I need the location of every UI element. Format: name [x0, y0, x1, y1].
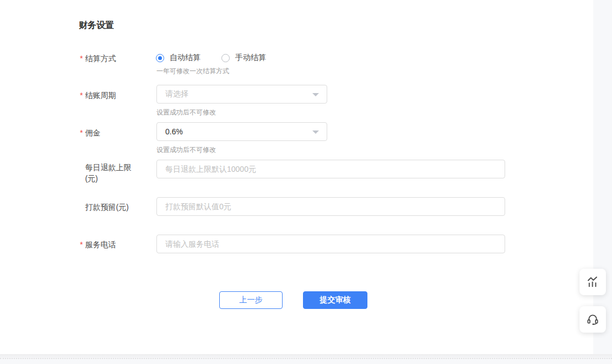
chart-icon — [586, 275, 600, 289]
radio-manual-settlement[interactable]: 手动结算 — [221, 53, 266, 63]
required-asterisk: * — [80, 90, 83, 101]
required-asterisk: * — [80, 239, 83, 250]
service-phone-input[interactable] — [156, 235, 505, 253]
settlement-method-label: * 结算方式 — [80, 53, 116, 64]
payment-reserve-input[interactable] — [156, 197, 505, 216]
required-asterisk: * — [80, 53, 83, 64]
previous-step-button[interactable]: 上一步 — [219, 291, 283, 309]
submit-review-button[interactable]: 提交审核 — [303, 291, 367, 309]
settlement-method-helper: 一年可修改一次结算方式 — [156, 67, 229, 75]
service-phone-label: * 服务电话 — [80, 239, 116, 250]
chevron-down-icon — [312, 93, 319, 96]
daily-refund-limit-label: * 每日退款上限(元) — [80, 162, 140, 184]
customer-service-float-button[interactable] — [579, 306, 606, 333]
settlement-method-radio-group: 自动结算 手动结算 — [156, 53, 266, 63]
chevron-down-icon — [312, 131, 319, 134]
page-title: 财务设置 — [79, 20, 114, 31]
radio-auto-settlement[interactable]: 自动结算 — [156, 53, 201, 63]
billing-cycle-helper: 设置成功后不可修改 — [156, 108, 216, 116]
financial-settings-card: 财务设置 * 结算方式 自动结算 手动结算 一年可修改一次结算方式 * 结账周期… — [0, 0, 593, 354]
daily-refund-limit-input[interactable] — [156, 160, 505, 178]
billing-cycle-label: * 结账周期 — [80, 90, 116, 101]
page-bottom-area — [0, 354, 612, 364]
payment-reserve-label: * 打款预留(元) — [80, 202, 129, 213]
commission-select[interactable]: 0.6% — [156, 122, 327, 141]
commission-label: * 佣金 — [80, 127, 100, 138]
statistics-float-button[interactable] — [579, 269, 606, 295]
dotted-divider — [0, 358, 612, 359]
commission-helper: 设置成功后不可修改 — [156, 146, 216, 154]
billing-cycle-select[interactable]: 请选择 — [156, 85, 327, 104]
headset-icon — [586, 312, 600, 327]
radio-selected-icon[interactable] — [156, 54, 164, 62]
required-asterisk: * — [80, 127, 83, 138]
radio-unselected-icon[interactable] — [221, 54, 230, 62]
